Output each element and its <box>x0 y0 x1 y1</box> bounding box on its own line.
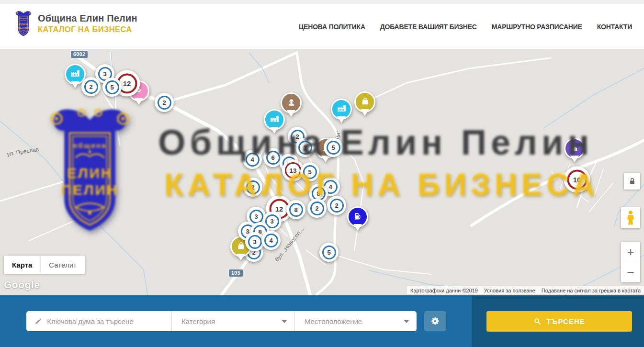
church-icon <box>570 143 580 155</box>
cluster-count: 4 <box>246 153 260 167</box>
pin-tail <box>353 224 362 231</box>
cluster-count: 8 <box>289 203 303 217</box>
keyword-field[interactable] <box>26 311 171 331</box>
chevron-down-icon <box>404 320 409 323</box>
header: община ЕЛИН ПЕЛИН Община Елин Пелин КАТА… <box>0 4 644 49</box>
search-submit-label: ТЪРСЕНЕ <box>546 317 585 325</box>
advanced-search-button[interactable] <box>424 311 446 331</box>
category-select[interactable]: Категория <box>171 311 294 331</box>
cluster-count: 5 <box>105 80 119 94</box>
nav-contacts[interactable]: КОНТАКТИ <box>597 23 632 31</box>
map-cluster[interactable]: 2 <box>81 77 101 96</box>
factory-icon <box>337 103 347 115</box>
attribution-copyright: Картографски данни ©2019 <box>410 288 478 293</box>
map-cluster[interactable]: 5 <box>102 78 122 97</box>
map-cluster[interactable]: 5 <box>300 162 319 181</box>
municipality-emblem-icon: община ЕЛИН ПЕЛИН <box>13 10 34 37</box>
site-title: Община Елин Пелин <box>38 13 137 24</box>
gear-icon <box>430 316 440 326</box>
pin-tail <box>287 110 295 117</box>
cluster-count: 13 <box>285 162 301 179</box>
map-cluster[interactable]: 4 <box>261 231 281 250</box>
pin-tail <box>570 156 579 162</box>
pin-tail <box>337 116 346 123</box>
cluster-count: 10 <box>567 169 587 190</box>
cluster-count: 3 <box>248 235 262 249</box>
lock-button[interactable] <box>624 173 640 190</box>
pin-tail <box>361 109 369 116</box>
nav-pricing[interactable]: ЦЕНОВА ПОЛИТИКА <box>299 23 365 31</box>
map-cluster[interactable]: 2 <box>243 178 262 197</box>
search-fields: Категория Местоположение <box>26 311 417 331</box>
search-icon <box>533 317 542 325</box>
map-cluster[interactable]: 2 <box>307 199 327 218</box>
markers-layer: 123252235647135248221283338234510 <box>0 49 644 295</box>
cluster-count: 6 <box>266 151 280 165</box>
map-cluster[interactable]: 4 <box>243 150 262 169</box>
worker-icon <box>286 97 296 109</box>
zoom-in-button[interactable]: + <box>621 242 640 262</box>
cluster-count: 2 <box>158 96 171 110</box>
pin-tail <box>71 81 79 88</box>
map-pin-factory[interactable] <box>331 99 352 123</box>
location-select[interactable]: Местоположение <box>294 311 417 331</box>
attribution-terms-link[interactable]: Условия за ползване <box>484 288 535 293</box>
map-type-control: Карта Сателит <box>4 256 85 274</box>
category-select-value: Категория <box>181 317 215 325</box>
keyword-input[interactable] <box>47 317 165 325</box>
cluster-count: 5 <box>327 141 340 155</box>
location-select-value: Местоположение <box>305 317 362 325</box>
cluster-count: 2 <box>330 199 344 213</box>
svg-text:ПЕЛИН: ПЕЛИН <box>18 26 30 29</box>
map-pin-church[interactable] <box>564 138 585 162</box>
map-pin-worker[interactable] <box>281 92 302 117</box>
google-logo[interactable]: Google <box>4 279 40 291</box>
attribution-report-link[interactable]: Подаване на сигнал за грешка в картата <box>542 288 641 293</box>
map-cluster[interactable]: 8 <box>286 200 305 219</box>
search-bar: Категория Местоположение ТЪРСЕНЕ <box>0 295 644 347</box>
svg-text:ЕЛИН: ЕЛИН <box>19 22 28 26</box>
nav-route-schedule[interactable]: МАРШРУТНО РАЗПИСАНИЕ <box>492 23 582 31</box>
pin-tail <box>321 156 330 162</box>
map-cluster[interactable]: 2 <box>155 93 174 112</box>
main-nav: ЦЕНОВА ПОЛИТИКА ДОБАВЕТЕ ВАШИЯТ БИЗНЕС М… <box>299 4 632 49</box>
pegman-button[interactable] <box>621 207 640 228</box>
lock-icon <box>628 177 637 186</box>
top-strip <box>0 0 644 4</box>
logo-text: Община Елин Пелин КАТАЛОГ НА БИЗНЕСА <box>38 13 137 34</box>
map-cluster[interactable]: 3 <box>295 138 315 157</box>
search-submit-button[interactable]: ТЪРСЕНЕ <box>486 311 632 332</box>
cluster-count: 5 <box>303 165 317 179</box>
map-cluster[interactable]: 5 <box>319 243 339 262</box>
pin-tail <box>237 254 245 260</box>
factory-icon <box>270 114 280 126</box>
cluster-count: 5 <box>322 246 336 259</box>
pin-tail <box>135 98 143 105</box>
factory-icon <box>70 68 80 80</box>
page: община ЕЛИН ПЕЛИН Община Елин Пелин КАТА… <box>0 0 644 347</box>
pencil-icon <box>34 317 42 325</box>
site-logo[interactable]: община ЕЛИН ПЕЛИН Община Елин Пелин КАТА… <box>13 10 137 37</box>
map-attribution: Картографски данни ©2019 Условия за полз… <box>407 286 644 294</box>
map-type-satellite-button[interactable]: Сателит <box>40 256 85 274</box>
fuel-icon <box>352 211 363 223</box>
map-pin-bag[interactable] <box>354 91 375 116</box>
map-cluster[interactable]: 10 <box>564 167 590 193</box>
map-cluster[interactable]: 2 <box>327 196 346 215</box>
svg-text:община: община <box>20 18 27 20</box>
chevron-down-icon <box>282 320 287 323</box>
pin-tail <box>270 127 279 134</box>
map-pin-fuel[interactable] <box>347 206 368 231</box>
map-canvas[interactable]: ул. Преслав ци“ бул. „Новосел… 6002 105 … <box>0 49 644 295</box>
nav-add-business[interactable]: ДОБАВЕТЕ ВАШИЯТ БИЗНЕС <box>380 23 477 31</box>
site-subtitle: КАТАЛОГ НА БИЗНЕСА <box>38 25 137 34</box>
cluster-count: 2 <box>310 201 324 215</box>
map-type-map-button[interactable]: Карта <box>4 256 40 274</box>
zoom-out-button[interactable]: − <box>621 262 640 282</box>
map-cluster[interactable]: 5 <box>324 138 343 157</box>
cluster-count: 3 <box>298 141 312 155</box>
bag-icon <box>236 241 246 253</box>
cluster-count: 8 <box>312 187 326 201</box>
cluster-count: 3 <box>249 210 263 224</box>
cluster-count: 2 <box>246 180 260 194</box>
